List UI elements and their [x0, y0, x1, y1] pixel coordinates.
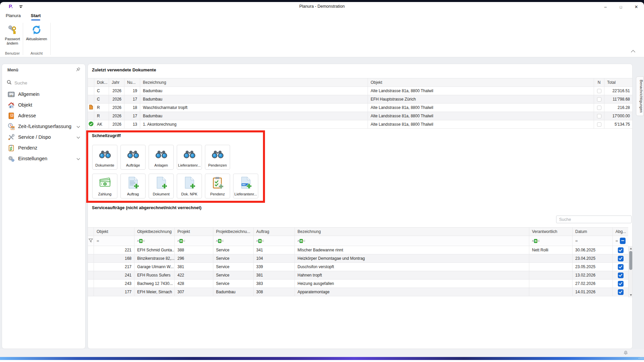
filter-cell[interactable]: ABC — [529, 236, 573, 246]
service-orders-search[interactable] — [556, 216, 632, 223]
table-row[interactable]: 241 EFH Ruoss Sufers 422 Service 381 Hah… — [88, 271, 628, 280]
table-row[interactable]: 168 Binzikerstrasse 82,... 296 Service 1… — [88, 254, 628, 263]
checkbox-checked[interactable] — [618, 281, 624, 287]
table-row[interactable]: 243 Bachweg 12 7430... 428 Service 383 H… — [88, 280, 628, 288]
abc-filter-icon: ABC — [298, 239, 305, 243]
vertical-scrollbar[interactable] — [628, 246, 633, 297]
sidebar-item-einstellungen[interactable]: Einstellungen — [2, 153, 85, 164]
quick-tile-lieferantenrechnungen-suche[interactable]: Lieferantenr... — [177, 145, 202, 170]
sidebar-search-input[interactable] — [14, 80, 65, 85]
document-add-icon — [177, 174, 202, 192]
search-icon — [7, 80, 12, 86]
quick-tile-zahlung[interactable]: Zahlung — [92, 174, 117, 198]
change-password-button[interactable]: Passwort ändern — [2, 23, 23, 46]
binoculars-icon — [149, 145, 173, 163]
checkbox-unchecked[interactable] — [597, 97, 601, 102]
ribbon-tabs: Planura Start — [6, 11, 41, 21]
scroll-down-arrow-icon[interactable] — [629, 293, 633, 297]
quick-tile-pendenzen[interactable]: Pendenzen — [205, 145, 230, 170]
sidebar-search[interactable] — [7, 79, 81, 87]
filter-funnel-cell[interactable] — [88, 236, 94, 246]
filter-cell[interactable]: ABC — [254, 236, 295, 246]
filter-cell[interactable]: ABC — [135, 236, 175, 246]
checkbox-checked[interactable] — [618, 264, 624, 270]
quick-tile-auftrag-neu[interactable]: Auftrag — [120, 174, 146, 198]
recent-documents-title: Zuletzt verwendete Dokumente — [92, 67, 156, 72]
table-row[interactable]: R 2026 17 Badumbau Alte Landstrasse 81a,… — [88, 112, 633, 120]
abc-filter-icon: ABC — [256, 239, 264, 243]
checkbox-unchecked[interactable] — [597, 89, 601, 93]
checkbox-checked[interactable] — [618, 289, 624, 295]
checkbox-unchecked[interactable] — [597, 106, 601, 110]
service-orders-search-input[interactable] — [556, 217, 631, 222]
quick-tile-anlagen[interactable]: Anlagen — [149, 145, 174, 170]
table-row[interactable]: C 2026 19 Badumbau Alte Landstrasse 81a,… — [88, 87, 633, 95]
status-bar — [0, 349, 644, 357]
svg-text:INV: INV — [242, 184, 246, 186]
quick-tile-auftraege[interactable]: Aufträge — [120, 145, 146, 170]
table-row[interactable]: 221 EFH Schmid Gunta... 388 Service 341 … — [88, 246, 628, 254]
checkbox-checked[interactable] — [618, 273, 624, 278]
table-row[interactable]: 217 Garage Ulmann W... 381 Service 339 D… — [88, 263, 628, 271]
resize-grip[interactable] — [637, 355, 643, 359]
keys-icon — [7, 23, 18, 36]
filter-cell[interactable]: = — [94, 236, 135, 246]
window-controls: – □ ✕ — [598, 2, 644, 12]
table-row[interactable]: R 2026 18 Waschtischarmatur tropft Alte … — [88, 104, 633, 112]
chevron-down-icon[interactable] — [77, 157, 80, 160]
dashboard-icon — [8, 91, 15, 98]
task-check-icon — [8, 144, 15, 152]
sidebar-item-pendenz[interactable]: Pendenz — [2, 142, 85, 153]
sidebar-item-service-dispo[interactable]: Service / Dispo — [2, 132, 85, 142]
chevron-down-icon[interactable] — [77, 135, 80, 139]
table-row[interactable]: 177 EFH Meier, Sirnach 307 Badumbau 308 … — [88, 288, 628, 296]
service-orders-title: Serviceaufträge (nicht abgerechnet/nicht… — [92, 205, 202, 210]
sidebar-item-adresse[interactable]: ☎ Adresse — [2, 110, 85, 121]
checkbox-unchecked[interactable] — [597, 114, 601, 118]
table-row[interactable]: AK 2026 13 1. Akontorechnung Alte Landst… — [88, 120, 633, 129]
main-panel: Zuletzt verwendete Dokumente Dok... Jahr… — [88, 64, 633, 349]
task-add-icon — [205, 174, 230, 192]
time-tracking-icon: 12 — [8, 123, 15, 130]
indeterminate-checkbox-filter[interactable] — [620, 238, 626, 244]
maximize-button[interactable]: □ — [613, 2, 629, 12]
quick-access-title: Schnellzugriff — [92, 133, 121, 138]
window-title: Planura - Demonstration — [0, 4, 644, 9]
quick-tile-lieferantenrechnung-neu[interactable]: INV Lieferantenr... — [233, 174, 258, 198]
minimize-button[interactable]: – — [598, 2, 613, 12]
sidebar-item-allgemein[interactable]: Allgemein — [2, 89, 85, 100]
binoculars-icon — [177, 145, 202, 163]
filter-cell[interactable]: = — [573, 236, 613, 246]
table-header-row: Objekt Objektbezeichnung Projekt Projekt… — [88, 228, 628, 236]
filter-cell[interactable]: ABC — [213, 236, 254, 246]
abc-filter-icon: ABC — [137, 239, 145, 243]
filter-cell[interactable]: ABC — [295, 236, 529, 246]
quick-tile-dok-npk-neu[interactable]: Dok. NPK — [177, 174, 202, 198]
quick-tile-pendenz-neu[interactable]: Pendenz — [205, 174, 230, 198]
checkbox-checked[interactable] — [618, 247, 624, 253]
tab-planura[interactable]: Planura — [6, 11, 21, 18]
table-row[interactable]: C 2026 17 Badumbau EFH Hauptstrasse Züri… — [88, 95, 633, 104]
ribbon-separator — [50, 23, 51, 55]
sidebar-item-objekt[interactable]: Objekt — [2, 100, 85, 110]
sidebar-menu-panel: Menü — [2, 64, 86, 349]
checkbox-checked[interactable] — [618, 256, 624, 261]
pin-icon[interactable] — [75, 67, 80, 74]
chevron-down-icon[interactable] — [77, 125, 80, 128]
scroll-up-arrow-icon[interactable] — [629, 246, 633, 250]
check-circle-green-icon — [89, 121, 94, 127]
filter-cell[interactable]: ABC — [175, 236, 213, 246]
collapse-ribbon-chevron-icon[interactable] — [631, 50, 635, 54]
quick-tile-dokumente[interactable]: Dokumente — [92, 145, 117, 170]
refresh-button[interactable]: Aktualisieren — [23, 23, 50, 41]
bell-icon[interactable] — [623, 350, 628, 357]
tab-start[interactable]: Start — [31, 11, 41, 20]
filter-cell[interactable]: = — [613, 236, 628, 246]
notifications-tab[interactable]: Benachrichtigungen — [636, 76, 644, 116]
checkbox-unchecked[interactable] — [597, 122, 601, 127]
quick-tile-dokument-neu[interactable]: Dokument — [149, 174, 174, 198]
scrollbar-thumb[interactable] — [629, 251, 632, 270]
titlebar: P. Planura - Demonstration – □ ✕ — [0, 2, 644, 11]
close-button[interactable]: ✕ — [629, 2, 644, 12]
sidebar-item-zeit-leistungserfassung[interactable]: 12 Zeit-/Leistungserfassung — [2, 121, 85, 132]
